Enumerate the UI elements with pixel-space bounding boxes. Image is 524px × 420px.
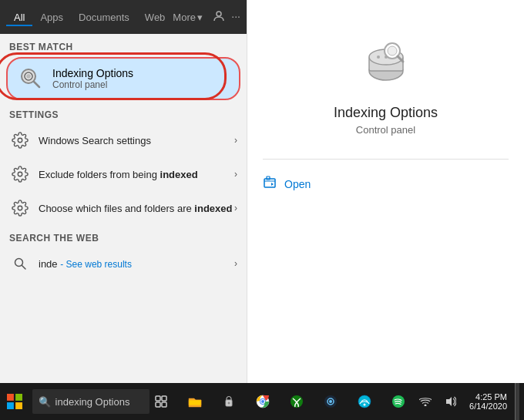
settings-label: Settings: [0, 102, 247, 123]
settings-item-3-label: Choose which files and folders are index…: [39, 203, 234, 214]
web-search-item[interactable]: inde - See web results ›: [0, 247, 247, 281]
svg-point-31: [261, 400, 264, 403]
taskbar-search-text: indexing Options: [55, 396, 130, 408]
start-button[interactable]: [0, 383, 29, 420]
open-icon: [263, 175, 277, 193]
svg-point-27: [228, 402, 230, 405]
right-panel: Indexing Options Control panel Open: [247, 0, 524, 383]
file-explorer-button[interactable]: [180, 383, 210, 420]
chevron-right-icon-1: ›: [234, 135, 237, 146]
chevron-down-icon: ▾: [197, 12, 203, 23]
svg-rect-22: [162, 396, 166, 401]
app-title: Indexing Options: [334, 105, 438, 121]
search-web-icon: [9, 253, 31, 274]
tab-all[interactable]: All: [6, 8, 32, 26]
chrome-button[interactable]: [247, 383, 278, 420]
gear-icon-1: [9, 129, 31, 151]
best-match-text: Indexing Options Control panel: [52, 67, 133, 90]
chevron-right-icon-2: ›: [234, 169, 237, 180]
svg-rect-18: [15, 394, 22, 401]
settings-item-1-label: Windows Search settings: [39, 135, 234, 146]
spotify-button[interactable]: [383, 383, 414, 420]
gear-icon-3: [9, 197, 31, 219]
search-web-label: Search the web: [0, 225, 247, 247]
tray-icon-volume[interactable]: [438, 383, 462, 420]
ellipsis-icon[interactable]: ···: [231, 10, 240, 25]
tab-icons-right: ···: [213, 10, 240, 25]
tab-apps[interactable]: Apps: [32, 8, 71, 26]
divider: [263, 159, 509, 160]
security-button[interactable]: [213, 383, 244, 420]
person-icon[interactable]: [213, 10, 225, 25]
settings-item-2[interactable]: Exclude folders from being indexed ›: [0, 157, 247, 191]
system-clock[interactable]: 4:25 PM 6/14/2020: [463, 392, 513, 411]
xbox-button[interactable]: [281, 383, 312, 420]
settings-item-1[interactable]: Windows Search settings ›: [0, 123, 247, 157]
steam-button[interactable]: [315, 383, 346, 420]
chevron-right-web: ›: [234, 258, 237, 269]
svg-rect-19: [7, 402, 14, 409]
taskbar: 🔍 indexing Options: [0, 383, 524, 420]
svg-rect-23: [156, 402, 160, 407]
best-match-subtitle: Control panel: [52, 79, 133, 90]
web-search-query: inde - See web results: [39, 258, 234, 270]
taskbar-search[interactable]: 🔍 indexing Options: [32, 389, 149, 414]
svg-rect-25: [189, 400, 201, 405]
tab-documents[interactable]: Documents: [71, 8, 137, 26]
svg-point-11: [388, 46, 397, 55]
svg-point-37: [364, 404, 366, 406]
svg-marker-40: [446, 397, 452, 406]
svg-point-35: [329, 400, 332, 403]
best-match-label: Best match: [0, 34, 247, 55]
svg-point-14: [385, 55, 388, 59]
settings-item-3[interactable]: Choose which files and folders are index…: [0, 191, 247, 225]
svg-point-4: [26, 74, 31, 79]
svg-rect-24: [162, 402, 166, 407]
tray-icon-network[interactable]: [414, 383, 437, 420]
web-search-see-results: - See web results: [60, 259, 132, 270]
task-view-button[interactable]: [149, 383, 173, 420]
taskbar-pinned-apps: [180, 383, 414, 420]
best-match-title: Indexing Options: [52, 67, 133, 79]
svg-rect-21: [156, 396, 160, 401]
svg-point-0: [217, 12, 221, 16]
taskbar-right: 4:25 PM 6/14/2020: [414, 383, 524, 420]
app-subtitle: Control panel: [356, 124, 415, 136]
gear-icon-2: [9, 163, 31, 185]
network-button[interactable]: [349, 383, 380, 420]
svg-point-13: [377, 55, 380, 59]
tab-more[interactable]: More ▾: [173, 12, 203, 23]
settings-item-2-label: Exclude folders from being indexed: [39, 169, 234, 180]
tab-web[interactable]: Web: [137, 8, 173, 26]
show-desktop-button[interactable]: [515, 383, 519, 420]
svg-line-6: [22, 266, 26, 270]
start-menu: All Apps Documents Web More ▾: [0, 0, 524, 383]
indexing-options-icon: [17, 65, 45, 92]
svg-point-39: [425, 405, 427, 407]
svg-line-3: [34, 82, 39, 87]
svg-rect-17: [7, 394, 14, 401]
results-container: Best match Indexing Options: [0, 34, 247, 383]
taskbar-search-icon: 🔍: [39, 396, 51, 408]
tabs-row: All Apps Documents Web More ▾: [0, 0, 247, 34]
open-action[interactable]: Open: [263, 175, 311, 193]
app-icon-large: [355, 31, 417, 92]
svg-rect-20: [15, 402, 22, 409]
left-panel: All Apps Documents Web More ▾: [0, 0, 247, 383]
svg-rect-15: [264, 179, 275, 187]
best-match-item[interactable]: Indexing Options Control panel: [6, 57, 240, 100]
chevron-right-icon-3: ›: [234, 203, 237, 213]
open-label: Open: [284, 178, 311, 190]
